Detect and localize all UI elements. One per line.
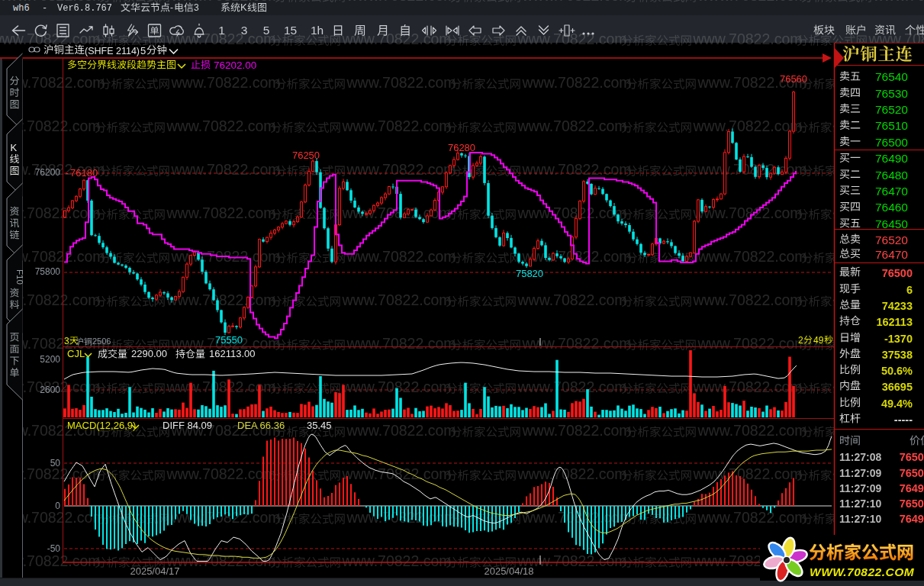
svg-text:1h: 1h (311, 24, 324, 37)
svg-text:76470: 76470 (875, 185, 908, 198)
svg-text:15: 15 (284, 24, 297, 37)
svg-text:0: 0 (55, 501, 60, 511)
svg-text:76530: 76530 (875, 87, 908, 100)
svg-text:76202.00: 76202.00 (214, 60, 256, 71)
svg-text:11:27:09: 11:27:09 (839, 467, 881, 479)
svg-text:3: 3 (194, 2, 199, 13)
svg-text:76500: 76500 (882, 267, 913, 279)
svg-text:DIFF 84.09: DIFF 84.09 (163, 420, 212, 431)
svg-text:76280: 76280 (448, 142, 475, 153)
svg-text:75800: 75800 (35, 266, 61, 277)
svg-text:11:27:09: 11:27:09 (839, 482, 881, 494)
svg-text:76200: 76200 (35, 167, 61, 178)
svg-text:76490: 76490 (875, 152, 908, 165)
svg-text:WWW.70822.COM: WWW.70822.COM (810, 565, 915, 578)
svg-text:162113: 162113 (876, 316, 913, 328)
svg-text:37538: 37538 (882, 349, 913, 361)
svg-text:3: 3 (64, 336, 69, 346)
svg-text:-----: ----- (894, 414, 913, 426)
svg-text:-: - (42, 3, 47, 14)
svg-text:76180: 76180 (70, 167, 98, 179)
svg-text:76520: 76520 (875, 233, 908, 246)
svg-text:76500: 76500 (900, 497, 924, 510)
svg-text:DEA 66.36: DEA 66.36 (237, 420, 285, 431)
svg-text:49.4%: 49.4% (881, 398, 913, 410)
svg-text:75820: 75820 (516, 268, 543, 279)
svg-text:wh6: wh6 (13, 3, 30, 14)
svg-text:76560: 76560 (780, 73, 807, 85)
svg-text:MACD(12,26,9): MACD(12,26,9) (67, 420, 136, 431)
svg-text:Ver6.8.767: Ver6.8.767 (57, 3, 112, 14)
svg-text:162113.00: 162113.00 (209, 348, 256, 359)
svg-text:50.6%: 50.6% (881, 365, 913, 377)
svg-text:76460: 76460 (875, 201, 908, 214)
svg-text:3: 3 (241, 24, 248, 37)
svg-text:76520: 76520 (875, 103, 908, 116)
svg-text:1: 1 (218, 24, 225, 37)
svg-text:11:27:10: 11:27:10 (839, 513, 881, 525)
svg-text:49: 49 (813, 335, 824, 346)
svg-text:76450: 76450 (875, 217, 908, 230)
svg-text:76540: 76540 (875, 70, 908, 83)
svg-text:-1370: -1370 (884, 333, 913, 345)
svg-text:35.45: 35.45 (307, 420, 332, 431)
svg-text:5200: 5200 (40, 354, 60, 365)
svg-text:75550: 75550 (215, 334, 243, 346)
svg-text:5: 5 (263, 24, 270, 37)
svg-text:76250: 76250 (292, 150, 320, 161)
svg-text:(SHFE 2114): (SHFE 2114) (85, 46, 140, 56)
svg-text:2025/04/18: 2025/04/18 (484, 565, 533, 577)
svg-text:6: 6 (906, 284, 913, 296)
svg-text:2506: 2506 (92, 336, 111, 346)
svg-text:-: - (170, 2, 173, 13)
svg-text:76510: 76510 (875, 119, 908, 132)
svg-text:CJL: CJL (67, 348, 85, 359)
svg-text:-50: -50 (47, 543, 61, 554)
svg-text:K: K (11, 142, 18, 153)
svg-text:5: 5 (140, 45, 146, 56)
svg-text:2290.00: 2290.00 (131, 348, 167, 359)
svg-text:76495: 76495 (900, 482, 924, 494)
svg-text:76500: 76500 (900, 467, 924, 479)
svg-text:74233: 74233 (882, 300, 913, 312)
svg-text:11:27:08: 11:27:08 (839, 451, 881, 463)
svg-text:F10: F10 (15, 269, 24, 285)
svg-text:36695: 36695 (882, 381, 913, 393)
svg-text:50: 50 (50, 458, 61, 468)
svg-text:76495: 76495 (900, 513, 924, 525)
svg-text:76500: 76500 (875, 136, 908, 149)
svg-text:-: - (66, 168, 69, 179)
svg-text:2600: 2600 (40, 385, 60, 395)
svg-text:K: K (240, 2, 247, 13)
svg-text:76480: 76480 (875, 169, 908, 182)
svg-text:2: 2 (798, 335, 803, 346)
svg-text:2025/04/17: 2025/04/17 (130, 565, 179, 577)
svg-text:76470: 76470 (875, 248, 908, 261)
svg-text:11:27:10: 11:27:10 (839, 497, 881, 510)
svg-text:76500: 76500 (900, 451, 924, 463)
